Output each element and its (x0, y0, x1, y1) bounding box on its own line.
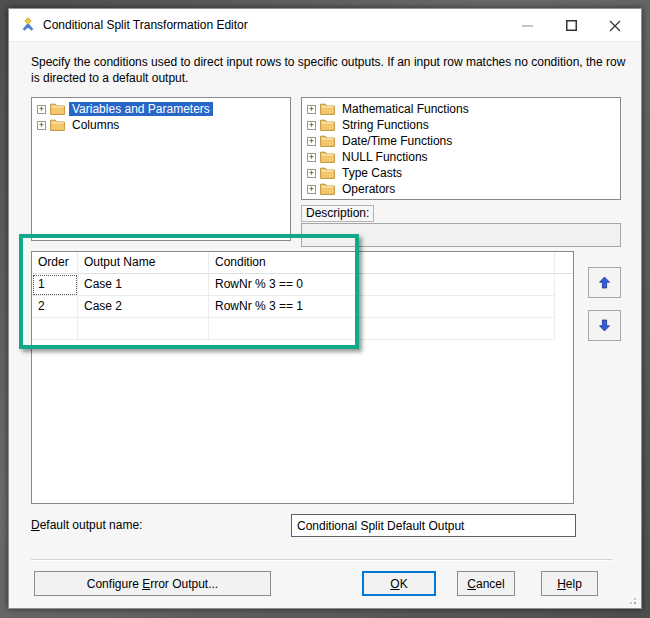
expand-plus-icon[interactable]: + (37, 105, 46, 114)
tree-item-type-casts[interactable]: + Type Casts (302, 165, 620, 181)
footer-separator (31, 559, 612, 561)
close-icon (609, 20, 621, 32)
folder-icon (320, 135, 335, 147)
dialog-window: Conditional Split Transformation Editor … (8, 8, 642, 609)
configure-error-output-button[interactable]: Configure Error Output... (34, 571, 271, 596)
cell-condition-empty[interactable] (209, 318, 555, 340)
expand-plus-icon[interactable]: + (307, 153, 316, 162)
cell-output-name-1[interactable]: Case 1 (78, 274, 209, 296)
minimize-button (505, 9, 549, 42)
description-label: Description: (301, 205, 374, 222)
grid-header-row: Order Output Name Condition (32, 252, 573, 274)
cell-output-name-empty[interactable] (78, 318, 209, 340)
tree-label: NULL Functions (339, 150, 431, 164)
tree-item-operators[interactable]: + Operators (302, 181, 620, 197)
conditional-split-icon (20, 17, 36, 33)
tree-label: Columns (69, 118, 122, 132)
folder-icon (320, 119, 335, 131)
expand-plus-icon[interactable]: + (307, 105, 316, 114)
screenshot-frame: Conditional Split Transformation Editor … (0, 0, 650, 618)
resize-grip-icon[interactable] (628, 596, 637, 605)
expand-plus-icon[interactable]: + (307, 121, 316, 130)
cell-order-empty[interactable] (32, 318, 78, 340)
close-button[interactable] (593, 9, 637, 42)
tree-item-datetime-functions[interactable]: + Date/Time Functions (302, 133, 620, 149)
folder-icon (50, 103, 65, 115)
window-title: Conditional Split Transformation Editor (43, 18, 248, 32)
default-output-name-input[interactable] (291, 514, 576, 537)
tree-item-mathematical-functions[interactable]: + Mathematical Functions (302, 101, 620, 117)
cell-output-name-2[interactable]: Case 2 (78, 296, 209, 318)
title-bar: Conditional Split Transformation Editor (9, 9, 641, 42)
folder-icon (320, 151, 335, 163)
cell-filler (555, 318, 573, 340)
column-header-output-name[interactable]: Output Name (78, 252, 209, 274)
tree-label: Date/Time Functions (339, 134, 455, 148)
tree-item-columns[interactable]: + Columns (32, 117, 290, 133)
tree-label: Operators (339, 182, 398, 196)
expand-plus-icon[interactable]: + (307, 137, 316, 146)
column-header-condition[interactable]: Condition (209, 252, 555, 274)
variables-columns-tree: + Variables and Parameters + Columns (31, 97, 291, 241)
functions-tree: + Mathematical Functions + String Functi… (301, 97, 621, 200)
help-button[interactable]: Help (541, 571, 598, 596)
cell-filler (555, 274, 573, 296)
folder-icon (320, 103, 335, 115)
caption-buttons (505, 9, 637, 42)
expand-plus-icon[interactable]: + (37, 121, 46, 130)
cancel-button[interactable]: Cancel (457, 571, 515, 596)
outputs-grid: Order Output Name Condition 1 Case 1 Row… (31, 251, 574, 504)
folder-icon (320, 167, 335, 179)
expand-plus-icon[interactable]: + (307, 169, 316, 178)
default-output-name-label: Default output name: (31, 518, 142, 532)
dialog-instructions: Specify the conditions used to direct in… (31, 54, 627, 86)
maximize-button[interactable] (549, 9, 593, 42)
tree-label: Variables and Parameters (69, 102, 213, 116)
tree-item-string-functions[interactable]: + String Functions (302, 117, 620, 133)
tree-item-variables-and-parameters[interactable]: + Variables and Parameters (32, 101, 290, 117)
tree-label: String Functions (339, 118, 432, 132)
grid-row-1: 1 Case 1 RowNr % 3 == 0 (32, 274, 573, 296)
cell-order-1[interactable]: 1 (32, 274, 78, 296)
folder-icon (320, 183, 335, 195)
column-header-filler (555, 252, 573, 274)
maximize-icon (566, 20, 577, 31)
description-field (301, 223, 621, 247)
move-output-up-button[interactable] (588, 267, 621, 298)
tree-item-null-functions[interactable]: + NULL Functions (302, 149, 620, 165)
column-header-order[interactable]: Order (32, 252, 78, 274)
cell-order-2[interactable]: 2 (32, 296, 78, 318)
arrow-up-icon (598, 276, 611, 289)
expand-plus-icon[interactable]: + (307, 185, 316, 194)
cell-filler (555, 296, 573, 318)
ok-button[interactable]: OK (362, 571, 436, 596)
minimize-icon (522, 25, 533, 27)
move-output-down-button[interactable] (588, 310, 621, 341)
grid-row-2: 2 Case 2 RowNr % 3 == 1 (32, 296, 573, 318)
folder-icon (50, 119, 65, 131)
grid-row-empty (32, 318, 573, 340)
tree-label: Type Casts (339, 166, 405, 180)
cell-condition-2[interactable]: RowNr % 3 == 1 (209, 296, 555, 318)
cell-condition-1[interactable]: RowNr % 3 == 0 (209, 274, 555, 296)
arrow-down-icon (598, 319, 611, 332)
tree-label: Mathematical Functions (339, 102, 472, 116)
